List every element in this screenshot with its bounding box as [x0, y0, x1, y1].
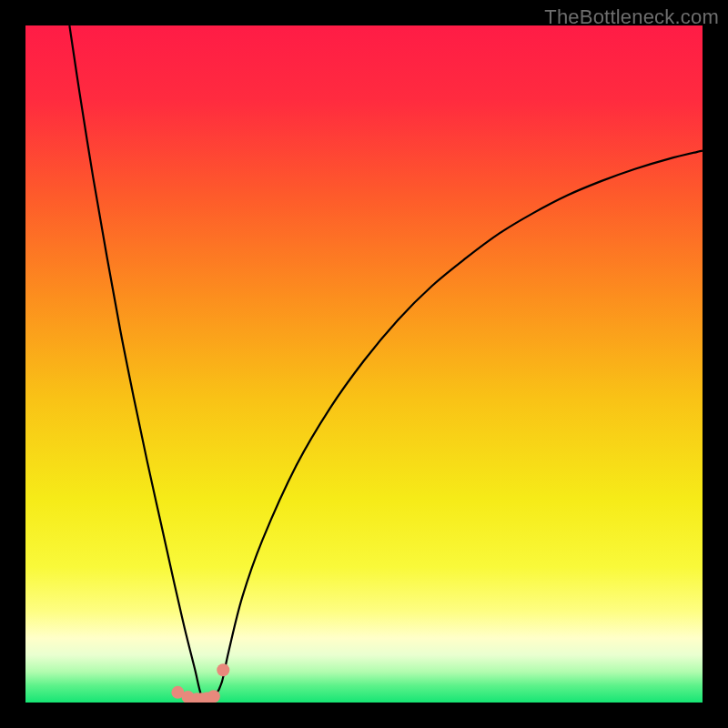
- curve-marker: [207, 690, 220, 703]
- bottleneck-curve-line: [69, 25, 703, 700]
- chart-svg: [25, 25, 703, 703]
- curve-marker: [217, 663, 229, 676]
- chart-plot-area: [25, 25, 703, 703]
